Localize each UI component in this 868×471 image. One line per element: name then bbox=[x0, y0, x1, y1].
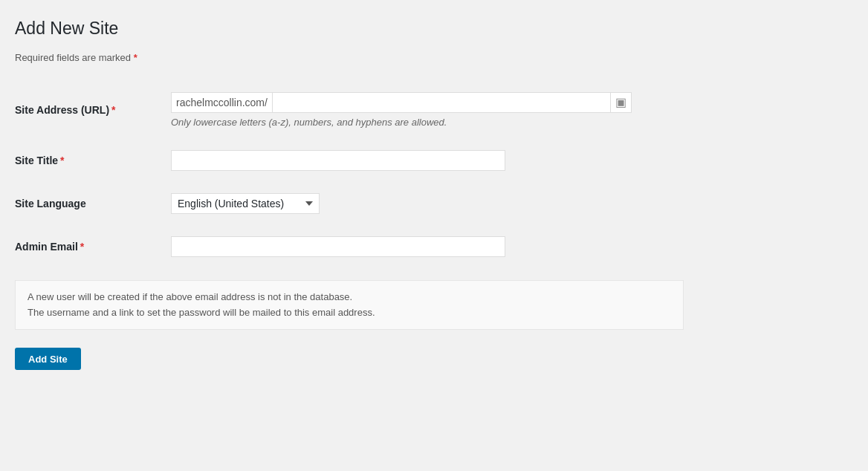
site-title-input[interactable] bbox=[171, 150, 505, 171]
required-star: * bbox=[134, 52, 137, 63]
site-address-row: Site Address (URL)* rachelmccollin.com/ … bbox=[15, 81, 684, 139]
site-address-label: Site Address (URL) bbox=[15, 104, 109, 116]
site-language-row: Site Language English (United States) En… bbox=[15, 182, 684, 225]
admin-email-input[interactable] bbox=[171, 236, 505, 257]
url-icon[interactable]: ▣ bbox=[610, 92, 631, 113]
site-title-row: Site Title* bbox=[15, 139, 684, 182]
info-line-2: The username and a link to set the passw… bbox=[27, 305, 671, 321]
site-language-label-cell: Site Language bbox=[15, 182, 163, 225]
url-prefix: rachelmccollin.com/ bbox=[172, 93, 273, 112]
admin-email-label: Admin Email bbox=[15, 241, 78, 253]
admin-email-field-cell bbox=[163, 225, 684, 268]
site-title-required: * bbox=[60, 155, 64, 166]
info-box: A new user will be created if the above … bbox=[15, 280, 684, 331]
url-input-wrapper: rachelmccollin.com/ ▣ bbox=[171, 92, 632, 113]
form-table: Site Address (URL)* rachelmccollin.com/ … bbox=[15, 81, 684, 268]
site-title-label: Site Title bbox=[15, 155, 58, 166]
site-title-label-cell: Site Title* bbox=[15, 139, 163, 182]
page-container: Add New Site Required fields are marked … bbox=[15, 18, 684, 370]
site-address-label-cell: Site Address (URL)* bbox=[15, 81, 163, 139]
site-language-label: Site Language bbox=[15, 198, 86, 209]
site-address-input[interactable] bbox=[273, 93, 610, 112]
site-address-field-cell: rachelmccollin.com/ ▣ Only lowercase let… bbox=[163, 81, 684, 139]
admin-email-label-cell: Admin Email* bbox=[15, 225, 163, 268]
site-address-hint: Only lowercase letters (a-z), numbers, a… bbox=[171, 117, 676, 128]
site-language-field-cell: English (United States) English (UK) Fre… bbox=[163, 182, 684, 225]
add-site-button[interactable]: Add Site bbox=[15, 348, 81, 370]
admin-email-required: * bbox=[80, 241, 84, 253]
info-line-1: A new user will be created if the above … bbox=[27, 290, 671, 305]
site-title-field-cell bbox=[163, 139, 684, 182]
site-address-required: * bbox=[111, 104, 115, 116]
site-language-select[interactable]: English (United States) English (UK) Fre… bbox=[171, 193, 320, 214]
required-notice: Required fields are marked * bbox=[15, 52, 684, 63]
admin-email-row: Admin Email* bbox=[15, 225, 684, 268]
page-title: Add New Site bbox=[15, 18, 684, 40]
